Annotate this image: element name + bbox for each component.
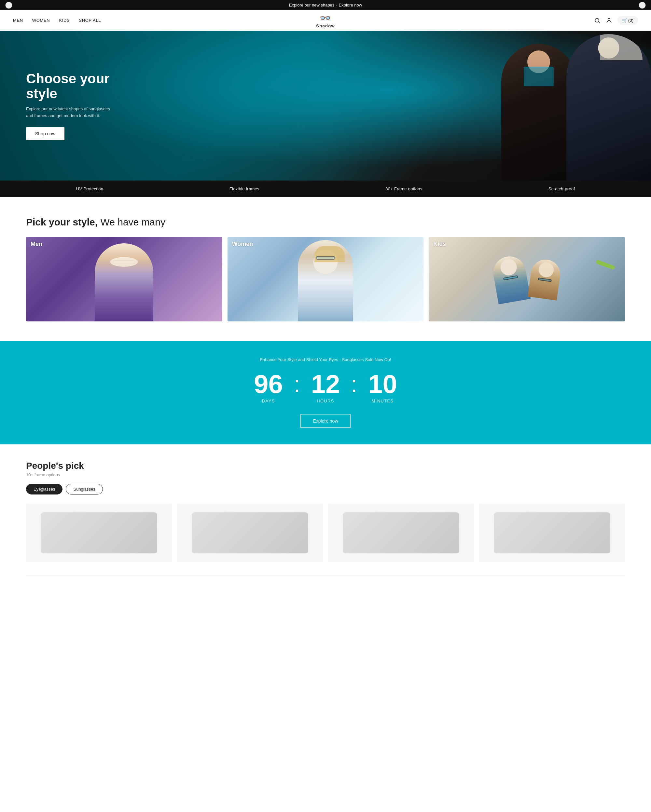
category-men-label: Men	[31, 241, 42, 247]
logo: 👓 Shadow	[316, 13, 335, 28]
nav-kids[interactable]: KIDS	[59, 18, 70, 23]
product-card-2[interactable]	[177, 504, 323, 562]
nav-women[interactable]: WOMEN	[32, 18, 50, 23]
countdown-sep-2: :	[351, 373, 357, 402]
hero-section: Choose your style Explore our new latest…	[0, 31, 651, 180]
announcement-link[interactable]: Explore now	[339, 3, 362, 8]
countdown-days-label: DAYS	[246, 398, 291, 403]
svg-point-0	[595, 18, 599, 22]
features-bar: UV Protection Flexible frames 80+ Frame …	[0, 180, 651, 197]
nav-shop-all[interactable]: SHOP ALL	[79, 18, 101, 23]
category-kids-label: Kids	[433, 241, 446, 247]
logo-text: Shadow	[316, 23, 335, 28]
explore-now-button[interactable]: Explore now	[300, 414, 350, 428]
countdown-days: 96 DAYS	[246, 371, 291, 403]
header-actions: 🛒 (0)	[594, 16, 638, 25]
product-card-4[interactable]	[479, 504, 625, 562]
countdown-days-number: 96	[246, 371, 291, 397]
hero-title: Choose your style	[26, 71, 111, 101]
product-card-3[interactable]	[328, 504, 474, 562]
toy-airplane	[596, 259, 615, 270]
countdown-timer: 96 DAYS : 12 HOURS : 10 MINUTES	[13, 371, 638, 403]
pick-style-title: Pick your style, We have many	[26, 217, 625, 228]
countdown-section: Enhance Your Style and Shield Your Eyes …	[0, 341, 651, 444]
category-women-label: Women	[232, 241, 253, 247]
svg-point-2	[608, 18, 610, 20]
countdown-hours: 12 HOURS	[303, 371, 348, 403]
category-kids-bg	[429, 237, 625, 321]
tab-sunglasses[interactable]: Sunglasses	[66, 484, 102, 495]
category-women[interactable]: Women	[228, 237, 424, 321]
countdown-minutes-number: 10	[360, 371, 405, 397]
countdown-sep-1: :	[294, 373, 300, 402]
announcement-bar: ‹ Explore our new shapes · Explore now ›	[0, 0, 651, 10]
countdown-hours-label: HOURS	[303, 398, 348, 403]
category-men[interactable]: Men	[26, 237, 222, 321]
countdown-minutes-label: MINUTES	[360, 398, 405, 403]
header: MEN WOMEN KIDS SHOP ALL 👓 Shadow 🛒 (0)	[0, 10, 651, 31]
countdown-minutes: 10 MINUTES	[360, 371, 405, 403]
category-men-bg	[26, 237, 222, 321]
peoples-pick-title: People's pick	[26, 461, 625, 471]
filter-tabs: Eyeglasses Sunglasses	[26, 484, 625, 495]
search-icon[interactable]	[594, 17, 601, 24]
category-women-bg	[228, 237, 424, 321]
hero-content: Choose your style Explore our new latest…	[0, 71, 137, 140]
pick-style-section: Pick your style, We have many Men	[0, 197, 651, 341]
men-person	[95, 243, 153, 321]
feature-frames: 80+ Frame options	[385, 186, 422, 191]
tab-eyeglasses[interactable]: Eyeglasses	[26, 484, 63, 495]
hero-subtitle: Explore our new latest shapes of sunglas…	[26, 106, 111, 119]
products-row	[26, 504, 625, 562]
product-image-2	[192, 512, 308, 553]
cart-button[interactable]: 🛒 (0)	[617, 16, 638, 25]
ann-prev-button[interactable]: ‹	[5, 2, 12, 9]
announcement-text: Explore our new shapes ·	[289, 3, 337, 8]
product-image-3	[343, 512, 459, 553]
kids-figures	[494, 256, 559, 302]
feature-scratch: Scratch-proof	[549, 186, 575, 191]
countdown-hours-number: 12	[303, 371, 348, 397]
peoples-pick-subtitle: 10+ frame options	[26, 472, 625, 477]
category-grid: Men Women	[26, 237, 625, 321]
ann-next-button[interactable]: ›	[639, 2, 646, 9]
feature-uv: UV Protection	[76, 186, 104, 191]
main-nav: MEN WOMEN KIDS SHOP ALL	[13, 18, 101, 23]
svg-line-1	[598, 21, 600, 23]
bottom-divider	[26, 575, 625, 575]
shop-now-button[interactable]: Shop now	[26, 127, 64, 140]
countdown-promo: Enhance Your Style and Shield Your Eyes …	[13, 357, 638, 362]
product-image-4	[494, 512, 610, 553]
women-person	[298, 240, 353, 321]
category-kids[interactable]: Kids	[429, 237, 625, 321]
nav-men[interactable]: MEN	[13, 18, 23, 23]
kid-1	[491, 254, 530, 304]
peoples-pick-section: People's pick 10+ frame options Eyeglass…	[0, 444, 651, 575]
account-icon[interactable]	[606, 17, 612, 24]
product-image-1	[41, 512, 157, 553]
product-card-1[interactable]	[26, 504, 172, 562]
logo-icon: 👓	[319, 13, 331, 23]
kid-2	[528, 258, 562, 300]
feature-flexible: Flexible frames	[229, 186, 260, 191]
